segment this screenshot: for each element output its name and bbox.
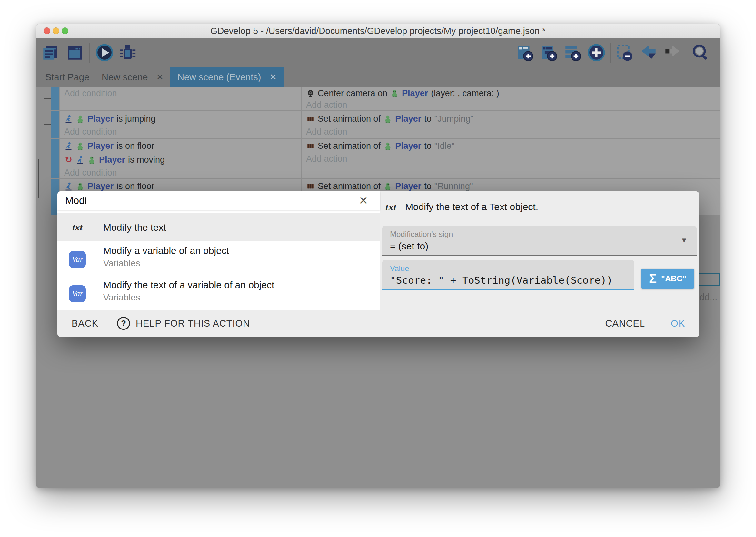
list-item-title: Modify the text of a variable of an obje…: [103, 279, 274, 290]
close-icon[interactable]: ✕: [359, 191, 368, 210]
tab-label: New scene: [101, 72, 148, 83]
instruction-editor-panel: txt Modify the text of a Text object. Mo…: [380, 191, 699, 310]
add-sub-event-icon[interactable]: [539, 43, 558, 62]
redo-icon[interactable]: [663, 43, 682, 62]
add-action-button[interactable]: Add action: [306, 154, 347, 164]
add-action-button[interactable]: Add action: [306, 127, 347, 137]
conditions-cell[interactable]: Add condition: [60, 87, 301, 110]
animation-icon: [306, 142, 315, 150]
txt-icon: txt: [384, 200, 398, 214]
tab-label: New scene (Events): [177, 72, 261, 83]
list-item-modify-variable-object[interactable]: Var Modify a variable of an object Varia…: [57, 241, 380, 277]
object-name: Player: [99, 155, 125, 165]
search-icon[interactable]: [691, 43, 710, 62]
actions-cell[interactable]: Center camera on Player (layer: , camera…: [302, 87, 720, 110]
add-event-icon[interactable]: [515, 43, 534, 62]
tab-bar: Start Page New scene ✕ New scene (Events…: [36, 67, 720, 87]
toolbar: [36, 38, 720, 67]
remove-selection-icon[interactable]: [615, 43, 634, 62]
search-input[interactable]: Modi: [65, 191, 87, 210]
window-title: GDevelop 5 - /Users/david/Documents/GDev…: [36, 23, 720, 38]
instruction-editor-dialog: Modi ✕ txt Modify the text Var Modify a …: [57, 191, 699, 337]
object-name: Player: [88, 141, 114, 151]
action-parameter: "Jumping": [435, 114, 473, 124]
modification-sign-select[interactable]: Modification's sign = (set to) ▼: [382, 226, 697, 256]
event-row[interactable]: Player is on floor ↻ Player is moving Ad…: [36, 139, 720, 179]
object-name: Player: [402, 88, 428, 99]
action-parameter: "Running": [435, 181, 473, 191]
inline-edit-field[interactable]: [698, 273, 720, 286]
list-item-modify-text-variable-object[interactable]: Var Modify the text of a variable of an …: [57, 277, 380, 310]
list-item-modify-the-text[interactable]: txt Modify the text: [57, 213, 380, 241]
add-condition-button[interactable]: Add condition: [64, 168, 117, 178]
field-label: Modification's sign: [390, 230, 453, 239]
tab-new-scene[interactable]: New scene ✕: [99, 67, 167, 87]
action-text: (layer: , camera: ): [431, 88, 499, 99]
add-more-label[interactable]: dd...: [699, 292, 717, 303]
close-tab-icon[interactable]: ✕: [156, 72, 164, 82]
titlebar: GDevelop 5 - /Users/david/Documents/GDev…: [36, 23, 720, 38]
tab-start-page[interactable]: Start Page: [39, 67, 95, 87]
abc-label: "ABC": [661, 274, 686, 283]
event-row[interactable]: Player is jumping Add condition Set anim…: [36, 111, 720, 138]
add-condition-button[interactable]: Add condition: [64, 127, 117, 137]
open-expression-editor-button[interactable]: Σ "ABC": [641, 268, 694, 289]
value-input[interactable]: Value "Score: " + ToString(Variable(Scor…: [382, 260, 634, 290]
add-new-icon[interactable]: [587, 43, 606, 62]
actions-cell[interactable]: Set animation of Player to "Jumping" Add…: [302, 111, 720, 138]
list-item-title: Modify the text: [103, 222, 166, 233]
tab-new-scene-events[interactable]: New scene (Events) ✕: [170, 67, 284, 87]
player-object-icon: [384, 114, 392, 123]
instruction-list-panel: Modi ✕ txt Modify the text Var Modify a …: [57, 191, 380, 310]
platformer-behavior-icon: [64, 142, 73, 150]
open-scene-editor-icon[interactable]: [65, 43, 84, 62]
dialog-footer: BACK ? HELP FOR THIS ACTION CANCEL OK: [57, 310, 699, 337]
conditions-cell[interactable]: Player is jumping Add condition: [60, 111, 301, 138]
action-text: to: [424, 114, 432, 124]
object-name: Player: [88, 181, 114, 191]
conditions-cell[interactable]: Player is on floor ↻ Player is moving Ad…: [60, 139, 301, 179]
camera-icon: [306, 89, 315, 98]
object-name: Player: [395, 114, 421, 124]
add-comment-icon[interactable]: [563, 43, 582, 62]
undo-icon[interactable]: [639, 43, 658, 62]
add-condition-button[interactable]: Add condition: [64, 88, 117, 99]
cancel-button[interactable]: CANCEL: [605, 318, 645, 329]
object-name: Player: [395, 181, 421, 191]
platformer-behavior-icon: [64, 114, 73, 123]
tab-label: Start Page: [45, 72, 89, 83]
debug-icon[interactable]: [118, 43, 137, 62]
add-action-button[interactable]: Add action: [306, 100, 347, 110]
chevron-down-icon[interactable]: ▼: [681, 236, 688, 245]
ok-button[interactable]: OK: [671, 318, 685, 329]
field-label: Value: [390, 264, 409, 273]
field-value: = (set to): [390, 241, 428, 252]
event-row[interactable]: Add condition Center camera on Player (l…: [36, 87, 720, 110]
help-icon: ?: [117, 317, 130, 330]
condition-text: is on floor: [116, 141, 154, 151]
toolbar-separator: [89, 43, 90, 62]
field-value[interactable]: "Score: " + ToString(Variable(Score)): [390, 274, 613, 286]
event-color-bar: [51, 139, 59, 179]
project-manager-icon[interactable]: [41, 43, 60, 62]
animation-icon: [306, 114, 315, 123]
object-name: Player: [395, 141, 421, 151]
condition-text: is jumping: [116, 114, 156, 124]
back-button[interactable]: BACK: [72, 318, 98, 329]
help-button[interactable]: ? HELP FOR THIS ACTION: [117, 317, 250, 330]
action-parameter: "Idle": [435, 141, 455, 151]
editor-title: Modify the text of a Text object.: [405, 201, 538, 212]
animation-icon: [306, 182, 315, 191]
sigma-icon: Σ: [649, 271, 657, 286]
platformer-behavior-icon: [64, 182, 73, 191]
search-bar: Modi ✕: [57, 191, 380, 210]
play-icon[interactable]: [95, 43, 114, 62]
player-object-icon: [76, 142, 85, 150]
var-icon: Var: [69, 251, 86, 268]
toolbar-separator: [610, 43, 611, 62]
actions-cell[interactable]: Set animation of Player to "Idle" Add ac…: [302, 139, 720, 179]
list-item-title: Modify a variable of an object: [103, 245, 229, 256]
movement-arrows-icon: ↻: [64, 155, 73, 164]
list-item-subtitle: Variables: [103, 258, 140, 268]
close-tab-icon[interactable]: ✕: [269, 72, 277, 82]
